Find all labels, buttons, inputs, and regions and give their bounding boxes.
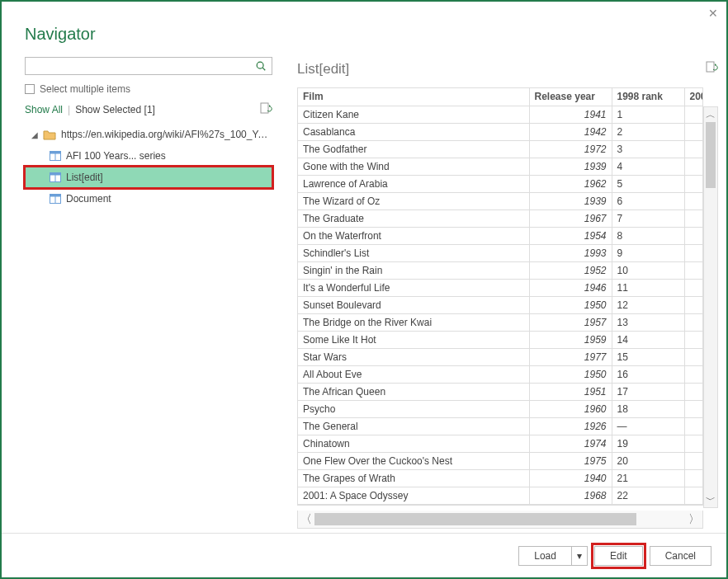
refresh-preview-icon[interactable] (705, 60, 718, 78)
checkbox-icon[interactable] (25, 84, 35, 94)
load-button[interactable]: Load (518, 546, 571, 566)
cell-rank: 14 (612, 331, 684, 348)
cell-year: 1960 (529, 400, 612, 417)
col-header[interactable]: Film (298, 88, 529, 106)
cell-extra (684, 227, 703, 244)
table-row[interactable]: 2001: A Space Odyssey196822 (298, 487, 703, 504)
cell-film: Sunset Boulevard (298, 296, 529, 313)
cell-rank: 12 (612, 296, 684, 313)
cell-film: The African Queen (298, 383, 529, 400)
table-row[interactable]: Gone with the Wind19394 (298, 158, 703, 175)
table-row[interactable]: Star Wars197715 (298, 348, 703, 365)
table-row[interactable]: On the Waterfront19548 (298, 227, 703, 244)
cell-film: Psycho (298, 400, 529, 417)
show-all-link[interactable]: Show All (25, 104, 63, 115)
scroll-up-icon[interactable]: ︿ (706, 107, 716, 122)
cancel-button[interactable]: Cancel (650, 546, 711, 566)
cell-extra (684, 383, 703, 400)
table-row[interactable]: It's a Wonderful Life194611 (298, 279, 703, 296)
horizontal-scrollbar[interactable]: 〈 〉 (297, 511, 703, 529)
cell-rank: 9 (612, 244, 684, 261)
cell-year: 1951 (529, 383, 612, 400)
table-row[interactable]: Casablanca19422 (298, 123, 703, 140)
scroll-thumb[interactable] (314, 513, 636, 525)
table-row[interactable]: Chinatown197419 (298, 435, 703, 452)
scroll-right-icon[interactable]: 〉 (686, 512, 702, 527)
scroll-thumb[interactable] (706, 122, 716, 188)
cell-film: On the Waterfront (298, 227, 529, 244)
cell-film: Citizen Kane (298, 106, 529, 123)
cell-film: The Graduate (298, 209, 529, 227)
table-row[interactable]: The Graduate19677 (298, 209, 703, 227)
collapse-icon[interactable]: ◢ (31, 130, 38, 139)
cell-rank: 5 (612, 175, 684, 192)
table-row[interactable]: Sunset Boulevard195012 (298, 296, 703, 313)
tree-item-label: AFI 100 Years... series (66, 150, 166, 162)
select-multiple-label: Select multiple items (40, 83, 130, 95)
scroll-down-icon[interactable]: ﹀ (706, 492, 716, 507)
search-box[interactable] (25, 57, 272, 75)
cell-film: The Wizard of Oz (298, 192, 529, 209)
close-icon[interactable]: ✕ (708, 7, 718, 20)
table-row[interactable]: The African Queen195117 (298, 383, 703, 400)
svg-rect-12 (707, 62, 714, 72)
cell-extra (684, 469, 703, 487)
search-icon[interactable] (255, 60, 267, 72)
table-row[interactable]: Citizen Kane19411 (298, 106, 703, 123)
table-row[interactable]: Lawrence of Arabia19625 (298, 175, 703, 192)
preview-title: List[edit] (297, 61, 349, 78)
table-row[interactable]: The Godfather19723 (298, 140, 703, 158)
scroll-track[interactable] (704, 122, 717, 492)
cell-film: The Grapes of Wrath (298, 469, 529, 487)
cell-extra (684, 106, 703, 123)
separator: | (68, 104, 70, 115)
tree-item-label: Document (66, 193, 111, 205)
select-multiple-row[interactable]: Select multiple items (25, 83, 272, 95)
cell-extra (684, 209, 703, 227)
cell-extra (684, 452, 703, 469)
table-row[interactable]: The Bridge on the River Kwai195713 (298, 313, 703, 331)
col-header[interactable]: Release year (529, 88, 612, 106)
edit-button[interactable]: Edit (594, 546, 643, 566)
cell-extra (684, 123, 703, 140)
cell-year: 1957 (529, 313, 612, 331)
table-icon (50, 194, 61, 204)
table-row[interactable]: One Flew Over the Cuckoo's Nest197520 (298, 452, 703, 469)
cell-film: Some Like It Hot (298, 331, 529, 348)
tree-item-selected[interactable]: List[edit] (25, 167, 272, 188)
load-dropdown-icon[interactable]: ▾ (571, 546, 588, 566)
cell-film: Casablanca (298, 123, 529, 140)
cell-rank: 18 (612, 400, 684, 417)
show-selected-link[interactable]: Show Selected [1] (75, 104, 155, 115)
cell-year: 1946 (529, 279, 612, 296)
refresh-icon[interactable] (259, 101, 272, 117)
tree-root-node[interactable]: ◢ https://en.wikipedia.org/wiki/AFI%27s_… (25, 124, 272, 145)
search-input[interactable] (31, 59, 255, 73)
cell-year: 1950 (529, 296, 612, 313)
col-header[interactable]: 200 (684, 88, 703, 106)
cell-rank: 2 (612, 123, 684, 140)
cell-film: The Bridge on the River Kwai (298, 313, 529, 331)
vertical-scrollbar[interactable]: ︿ ﹀ (703, 106, 718, 508)
table-row[interactable]: Schindler's List19939 (298, 244, 703, 261)
tree-item[interactable]: Document (25, 188, 272, 209)
load-split-button[interactable]: Load ▾ (518, 546, 588, 566)
table-row[interactable]: Psycho196018 (298, 400, 703, 417)
col-header[interactable]: 1998 rank (612, 88, 684, 106)
table-row[interactable]: Singin' in the Rain195210 (298, 261, 703, 279)
table-row[interactable]: The General1926— (298, 417, 703, 435)
table-header-row: Film Release year 1998 rank 200 (298, 88, 703, 106)
table-row[interactable]: The Wizard of Oz19396 (298, 192, 703, 209)
cell-film: Chinatown (298, 435, 529, 452)
cell-extra (684, 331, 703, 348)
table-row[interactable]: All About Eve195016 (298, 365, 703, 383)
cell-year: 1939 (529, 158, 612, 175)
table-row[interactable]: Some Like It Hot195914 (298, 331, 703, 348)
cell-year: 1954 (529, 227, 612, 244)
tree-item[interactable]: AFI 100 Years... series (25, 145, 272, 167)
folder-icon (43, 129, 56, 140)
table-row[interactable]: The Grapes of Wrath194021 (298, 469, 703, 487)
scroll-track[interactable] (314, 511, 686, 528)
cell-year: 1968 (529, 487, 612, 504)
scroll-left-icon[interactable]: 〈 (298, 512, 314, 527)
